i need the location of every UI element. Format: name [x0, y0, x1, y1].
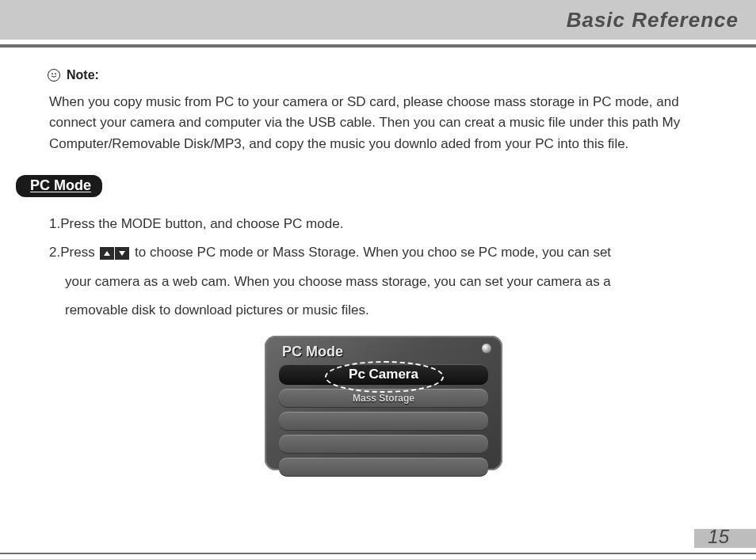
menu-item: [279, 435, 488, 454]
step-2-mid: to choose PC mode or Mass Storage. When …: [135, 245, 611, 260]
menu-item: Mass Storage: [279, 389, 488, 408]
section-header-title: Basic Reference: [567, 8, 739, 32]
step-2-line2: your camera as a web cam. When you choos…: [65, 269, 718, 295]
smile-icon: [48, 69, 60, 82]
footer-rule: [0, 553, 756, 554]
step-2-line3: removable disk to download pictures or m…: [65, 298, 718, 323]
page-number: 15: [708, 526, 729, 548]
svg-marker-2: [104, 251, 110, 256]
camera-menu-screen: PC Mode Pc Camera Mass Storage: [265, 336, 502, 470]
section-chip: PC Mode: [16, 175, 102, 197]
svg-point-0: [52, 73, 53, 74]
step-2-line1: 2.Press to choose PC mode or Mass Storag…: [49, 240, 718, 265]
menu-item: [279, 412, 488, 431]
step-2-prefix: 2.Press: [49, 245, 98, 260]
up-arrow-icon: [100, 247, 114, 260]
down-arrow-icon: [115, 247, 129, 260]
note-heading-row: Note:: [48, 68, 718, 82]
menu-item-selected: Pc Camera: [279, 364, 488, 385]
svg-marker-3: [119, 251, 125, 256]
page-number-wrap: 15: [694, 529, 756, 548]
header-band: Basic Reference: [0, 0, 756, 40]
menu-item: [279, 458, 488, 477]
note-body: When you copy music from PC to your came…: [49, 92, 718, 154]
up-down-arrows-icon: [100, 247, 129, 260]
svg-point-1: [55, 73, 56, 74]
step-1: 1.Press the MODE button, and choose PC m…: [49, 211, 718, 237]
manual-page: Basic Reference Note: When you copy musi…: [0, 0, 756, 559]
content-area: Note: When you copy music from PC to you…: [0, 48, 756, 470]
note-label: Note:: [67, 68, 99, 82]
steps-block: 1.Press the MODE button, and choose PC m…: [49, 211, 718, 323]
section-chip-label: PC Mode: [30, 177, 91, 193]
screen-menu-title: PC Mode: [282, 344, 488, 360]
